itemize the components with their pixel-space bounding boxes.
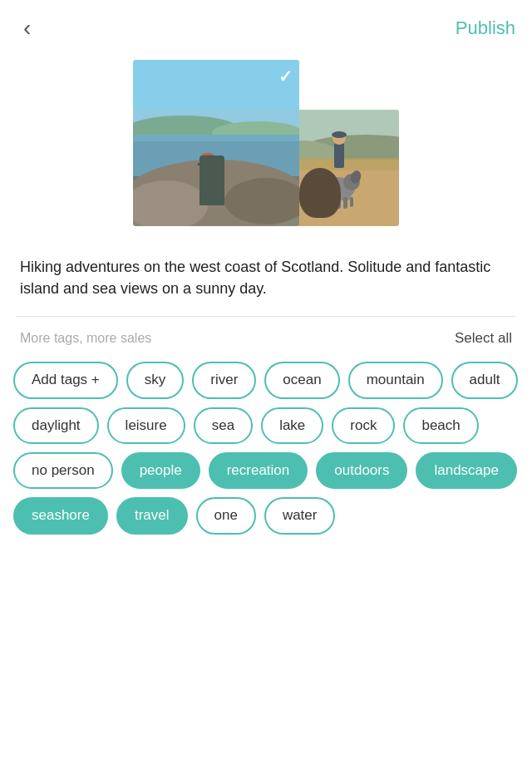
tag-river[interactable]: river (192, 362, 256, 398)
back-button[interactable]: ‹ (17, 13, 37, 43)
svg-point-11 (202, 155, 214, 166)
tag-people[interactable]: people (121, 452, 200, 489)
tag-recreation[interactable]: recreation (209, 452, 308, 489)
header: ‹ Publish (0, 0, 532, 52)
svg-rect-14 (209, 180, 213, 192)
select-all-button[interactable]: Select all (455, 330, 512, 347)
primary-image-svg (133, 60, 299, 226)
secondary-image-wrapper (283, 110, 399, 226)
svg-point-12 (201, 153, 214, 160)
primary-image[interactable] (133, 60, 299, 226)
tag-one[interactable]: one (196, 497, 256, 534)
svg-rect-9 (204, 162, 212, 180)
tag-sea[interactable]: sea (194, 407, 253, 444)
add-tags-button[interactable]: Add tags + (13, 362, 118, 398)
svg-point-24 (326, 190, 339, 200)
tag-landscape[interactable]: landscape (416, 452, 517, 489)
svg-rect-30 (350, 197, 353, 207)
svg-rect-27 (330, 197, 334, 209)
primary-image-wrapper: ✓ (133, 60, 299, 226)
tag-no-person[interactable]: no person (13, 452, 113, 489)
tags-subtitle: More tags, more sales (20, 331, 151, 346)
tag-ocean[interactable]: ocean (264, 362, 339, 398)
tag-rock[interactable]: rock (332, 407, 395, 444)
svg-point-33 (332, 131, 347, 138)
tag-water[interactable]: water (264, 497, 336, 534)
svg-rect-10 (205, 163, 216, 178)
tag-mountain[interactable]: mountain (348, 362, 443, 398)
svg-rect-31 (334, 143, 344, 168)
secondary-image[interactable] (283, 110, 399, 226)
tag-adult[interactable]: adult (451, 362, 519, 398)
publish-button[interactable]: Publish (456, 17, 515, 39)
tag-daylight[interactable]: daylight (13, 407, 99, 444)
svg-rect-16 (212, 163, 219, 167)
svg-rect-13 (203, 180, 207, 192)
checkmark-icon: ✓ (278, 67, 293, 86)
caption-text: Hiking adventures on the west coast of S… (0, 243, 532, 316)
images-section: ✓ (0, 52, 532, 243)
secondary-image-svg (283, 110, 399, 226)
tags-container: Add tags +skyriveroceanmountainadultdayl… (0, 355, 532, 551)
svg-rect-5 (133, 135, 299, 141)
tag-leisure[interactable]: leisure (107, 407, 185, 444)
tag-seashore[interactable]: seashore (13, 497, 108, 534)
svg-rect-28 (337, 198, 341, 209)
tag-lake[interactable]: lake (261, 407, 323, 444)
tag-sky[interactable]: sky (126, 362, 185, 398)
tags-header: More tags, more sales Select all (0, 317, 532, 355)
tag-outdoors[interactable]: outdoors (316, 452, 407, 489)
svg-rect-29 (343, 197, 347, 209)
tag-travel[interactable]: travel (116, 497, 188, 534)
tag-beach[interactable]: beach (403, 407, 478, 444)
